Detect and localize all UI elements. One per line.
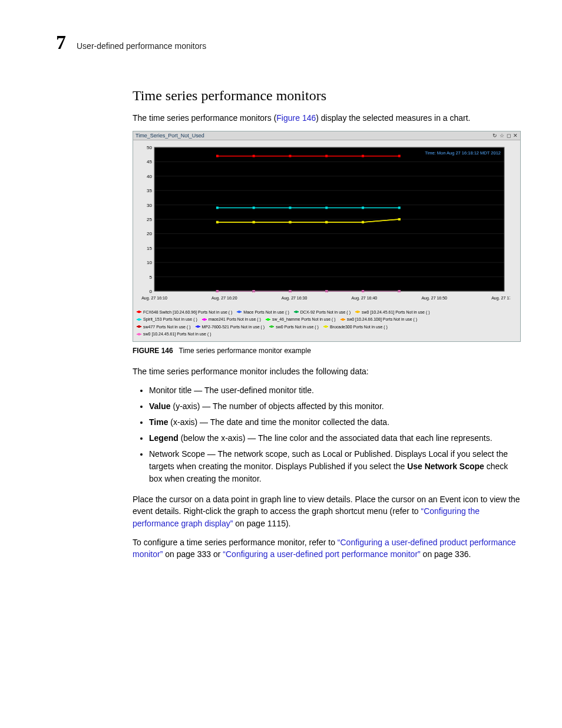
running-header: 7 User-defined performance monitors [56, 32, 521, 52]
svg-rect-33 [362, 155, 364, 157]
legend-item: Spirit_153 Ports Not in use ( ) [137, 316, 197, 322]
close-icon[interactable]: ✕ [513, 133, 518, 139]
list-intro: The time series performance monitor incl… [133, 365, 521, 377]
paragraph-cursor: Place the cursor on a data point in grap… [133, 493, 521, 529]
svg-rect-30 [253, 155, 255, 157]
legend-item: sw0 [10.24.45.61] Ports Not in use ( ) [137, 331, 211, 337]
list-item: Value (y-axis) — The number of objects a… [149, 400, 521, 413]
legend-item: DCX-92 Ports Not in use ( ) [294, 309, 351, 315]
svg-text:Aug. 27 16:50: Aug. 27 16:50 [421, 296, 447, 301]
config-port-monitor-link[interactable]: “Configuring a user-defined port perform… [223, 549, 420, 559]
svg-rect-100 [398, 218, 401, 220]
list-item: Network Scope — The network scope, such … [149, 448, 521, 485]
maximize-icon[interactable]: ◻ [507, 133, 511, 139]
svg-text:20: 20 [147, 232, 152, 237]
svg-rect-96 [253, 221, 255, 223]
svg-rect-95 [216, 221, 219, 223]
bullet-list: Monitor title — The user-defined monitor… [133, 384, 521, 485]
legend-item: sw0 [10.24.45.61] Ports Not in use ( ) [355, 309, 430, 315]
svg-rect-32 [325, 155, 328, 157]
svg-text:Aug. 27 16:40: Aug. 27 16:40 [352, 296, 378, 301]
svg-rect-34 [398, 155, 401, 157]
chart-titlebar: Time_Series_Port_Not_Used ↻ ☆ ◻ ✕ [133, 131, 520, 140]
legend-item: sw477 Ports Not in use ( ) [137, 324, 191, 330]
svg-text:Time: Mon Aug 27 16:18:12 MDT : Time: Mon Aug 27 16:18:12 MDT 2012 [425, 150, 501, 156]
section-title: Time series performance monitors [133, 88, 521, 104]
figure-xref-link[interactable]: Figure 146 [276, 113, 316, 123]
running-title: User-defined performance monitors [77, 41, 206, 51]
svg-rect-99 [362, 221, 364, 223]
figure-caption-text: Time series performance monitor example [179, 347, 311, 355]
svg-rect-56 [325, 207, 328, 209]
figure-container: Time_Series_Port_Not_Used ↻ ☆ ◻ ✕ 051015… [133, 131, 521, 354]
figure-caption: FIGURE 146 Time series performance monit… [133, 347, 521, 355]
svg-text:45: 45 [147, 160, 152, 165]
svg-rect-31 [289, 155, 291, 157]
list-item: Time (x-axis) — The date and time the mo… [149, 416, 521, 429]
legend-item: sw0 Ports Not in use ( ) [269, 324, 319, 330]
legend-item: FCX648 Switch [10.24.60.96] Ports Not in… [137, 309, 232, 315]
svg-text:30: 30 [147, 203, 152, 208]
svg-rect-98 [325, 221, 328, 223]
legend-item: Brocade300 Ports Not in use ( ) [323, 324, 388, 330]
svg-text:35: 35 [147, 188, 152, 193]
svg-text:15: 15 [147, 246, 152, 251]
list-item: Legend (below the x-axis) — The line col… [149, 432, 521, 444]
intro-text-post: ) display the selected measures in a cha… [316, 113, 470, 123]
svg-text:40: 40 [147, 174, 152, 179]
chart-plot-area[interactable]: 05101520253035404550Aug. 27 16:10Aug. 27… [133, 140, 520, 305]
svg-text:50: 50 [147, 145, 152, 150]
svg-text:Aug. 27 16:20: Aug. 27 16:20 [211, 296, 237, 301]
svg-rect-29 [216, 155, 219, 157]
svg-text:25: 25 [147, 217, 152, 222]
svg-text:Aug. 27 16:10: Aug. 27 16:10 [141, 296, 167, 301]
intro-paragraph: The time series performance monitors (Fi… [133, 112, 521, 124]
intro-text-pre: The time series performance monitors ( [133, 113, 276, 123]
svg-text:Aug. 27 17:00: Aug. 27 17:00 [491, 296, 510, 301]
chapter-number: 7 [56, 32, 66, 52]
pin-icon[interactable]: ☆ [500, 133, 504, 139]
figure-number: FIGURE 146 [133, 347, 173, 355]
svg-rect-57 [362, 207, 364, 209]
svg-text:0: 0 [150, 289, 153, 294]
refresh-icon[interactable]: ↻ [492, 133, 497, 139]
legend-item: Mace Ports Not in use ( ) [237, 309, 289, 315]
legend-item: sw_46_hamme Ports Not in use ( ) [266, 316, 336, 322]
svg-rect-53 [216, 207, 219, 209]
list-item: Monitor title — The user-defined monitor… [149, 384, 521, 397]
svg-rect-54 [253, 207, 255, 209]
chart-legend: FCX648 Switch [10.24.60.96] Ports Not in… [133, 305, 520, 341]
chart-title: Time_Series_Port_Not_Used [135, 133, 204, 139]
svg-text:10: 10 [147, 260, 152, 265]
legend-item: sw0 [10.24.66.108] Ports Not in use ( ) [340, 316, 417, 322]
svg-rect-97 [289, 221, 291, 223]
paragraph-configure: To configure a time series performance m… [133, 536, 521, 561]
svg-text:5: 5 [150, 275, 153, 280]
legend-item: mace241 Ports Not in use ( ) [202, 316, 261, 322]
svg-rect-55 [289, 207, 291, 209]
chart-window: Time_Series_Port_Not_Used ↻ ☆ ◻ ✕ 051015… [133, 131, 521, 341]
legend-item: MP2-7600-521 Ports Not in use ( ) [196, 324, 265, 330]
svg-rect-58 [398, 207, 401, 209]
svg-text:Aug. 27 16:30: Aug. 27 16:30 [282, 296, 308, 301]
